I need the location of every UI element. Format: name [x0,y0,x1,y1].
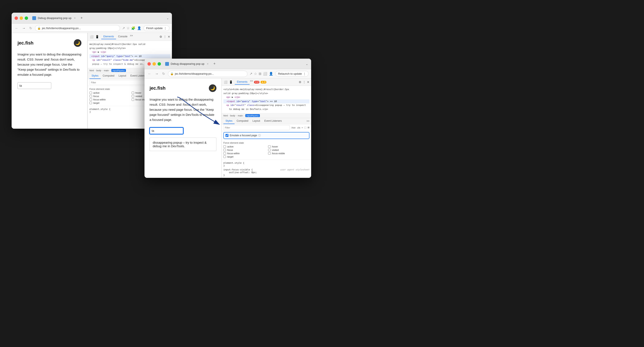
more-tabs-2[interactable]: >> [250,80,253,84]
force-state-title-2: Force element state [224,142,310,144]
reload-button-1[interactable]: ↻ [28,25,33,31]
inspector-icon-2[interactable]: ⬜ [224,80,228,84]
bc-main-1[interactable]: main [104,69,109,72]
minimize-button-1[interactable] [20,16,23,20]
extensions-icon-1[interactable]: 🧩 [131,26,136,30]
emulate-help-icon[interactable]: ⓘ [258,134,261,137]
state-focus-1[interactable]: :focus [90,95,128,98]
device-icon-2[interactable]: 📱 [229,80,233,84]
state-active-1[interactable]: :active [90,92,128,94]
more-icon-2[interactable]: ⋮ [303,80,306,84]
reload-button-2[interactable]: ↻ [161,71,166,76]
device-icon-1[interactable]: 📱 [95,34,99,39]
close-devtools-1[interactable]: ✕ [168,35,170,38]
bc-html-2[interactable]: html [224,114,228,117]
tab-dropdown-2[interactable]: ⌄ [306,62,308,66]
bc-body-1[interactable]: body [96,69,101,72]
forward-button-1[interactable]: → [21,26,26,31]
error-badge-2: ✕ 2 [254,81,260,84]
tab-dropdown-1[interactable]: ⌄ [166,16,169,20]
url-bar-2[interactable]: 🔒 jec.fish/demo/disappearing-po... [168,71,248,77]
state-hover-2[interactable]: :hover [268,145,310,148]
filter-input-2[interactable] [224,125,290,130]
bc-input-1[interactable]: input#query [112,69,126,72]
dark-mode-toggle-2[interactable]: 🌙 [209,84,216,92]
page-area-1: jec.fish 🌙 Imagine you want to debug the… [12,33,88,129]
bc-body-2[interactable]: body [230,114,235,117]
tab-2[interactable]: Debug disappearing pop up × [165,62,210,66]
layout-tab-2[interactable]: Layout [250,118,262,124]
maximize-button-2[interactable] [158,62,161,66]
profile-icon-1[interactable]: 👤 [137,26,141,30]
finish-update-button[interactable]: Finish update ⋮ [144,25,170,31]
element-style-code-2: element.style { } input:focus-visible { … [222,160,311,178]
bc-input-2[interactable]: input#query [245,114,260,117]
filter-input-1[interactable] [90,80,154,85]
state-target-2[interactable]: :target [224,156,265,158]
bookmark-icon-2[interactable]: ☆ [254,72,257,76]
cls-button-2[interactable]: .cls [297,126,300,129]
url-bar-1[interactable]: 🔒 jec.fish/demo/disappearing-po... [35,25,120,32]
console-tab-1[interactable]: Console [116,34,130,39]
close-devtools-2[interactable]: ✕ [307,80,310,84]
bc-html-1[interactable]: html [90,69,94,72]
bookmark-icon-1[interactable]: ☆ [126,26,130,30]
close-button-1[interactable] [14,16,18,20]
state-focus-within-1[interactable]: :focus-within [90,98,128,101]
more-styles-2[interactable]: ⬚ [304,126,306,129]
relaunch-update-button[interactable]: Relaunch to update ⋮ [275,71,308,76]
styles-tab-1[interactable]: Styles [90,73,100,79]
share-icon-1[interactable]: ↗ [122,26,125,30]
share-icon-2[interactable]: ↗ [250,72,252,76]
state-focus-within-2[interactable]: :focus-within [224,152,265,154]
forward-button-2[interactable]: → [154,71,159,76]
browser-content-2: jec.fish 🌙 Imagine you want to debug the… [144,78,311,178]
elements-tab-1[interactable]: Elements [101,34,116,39]
layout-tab-1[interactable]: Layout [116,73,128,79]
url-action-icons-2: ↗ ☆ ⊞ ⬜ 👤 [250,72,273,76]
url-text-1: jec.fish/demo/disappearing-po... [42,26,81,30]
url-text-2: jec.fish/demo/disappearing-po... [175,72,214,75]
add-rule-2[interactable]: + [302,126,303,129]
bc-main-2[interactable]: main [238,114,243,117]
filter-row-2: :hov .cls + ⬚ ⊞ [222,124,311,131]
query-input-2[interactable] [150,128,183,134]
back-button-2[interactable]: ← [147,71,152,76]
styles-tab-bar-2: Styles Computed Layout Event Listeners >… [222,118,311,124]
more-tabs-1[interactable]: >> [130,34,133,39]
tab-1[interactable]: Debug disappearing pop up × [32,16,76,20]
computed-tab-2[interactable]: Computed [234,118,250,124]
settings-icon-2[interactable]: ⚙ [299,80,302,84]
minimize-button-2[interactable] [152,62,156,66]
computed-tab-1[interactable]: Computed [100,73,116,79]
profile-icon-2[interactable]: 👤 [269,72,273,76]
back-button-1[interactable]: ← [14,26,19,31]
state-target-1[interactable]: :target [90,102,128,104]
computed-styles-2[interactable]: ⊞ [308,126,310,129]
close-button-2[interactable] [148,62,151,66]
styles-more-2[interactable]: >> [306,120,310,122]
reading-mode-2[interactable]: ⊞ [258,72,261,76]
state-visited-2[interactable]: :visited [268,149,310,151]
element-style-text-2: element.style { } [224,162,310,167]
settings-icon-1[interactable]: ⚙ [160,35,162,38]
tab-close-1[interactable]: × [73,16,76,20]
maximize-button-1[interactable] [25,16,28,20]
site-name-2: jec.fish [150,86,166,91]
tab-add-1[interactable]: + [79,15,84,21]
tab-close-2[interactable]: × [206,62,210,66]
more-icon-1[interactable]: ⋮ [164,35,166,38]
dark-mode-toggle-1[interactable]: 🌙 [74,39,82,47]
inspector-icon-1[interactable]: ⬜ [90,34,94,39]
tab-add-2[interactable]: + [212,61,218,67]
hov-button-2[interactable]: :hov [291,126,296,129]
elements-tab-2[interactable]: Elements [235,80,250,84]
query-input-1[interactable] [18,82,51,89]
state-active-2[interactable]: :active [224,145,265,148]
styles-tab-2[interactable]: Styles [224,118,234,124]
emulate-focused-checkbox[interactable] [226,134,228,137]
sidebar-icon-2[interactable]: ⬜ [263,72,267,76]
state-focus-visible-2[interactable]: :focus-visible [268,152,310,154]
state-focus-2[interactable]: :focus [224,149,265,151]
event-listeners-tab-2[interactable]: Event Listeners [262,118,284,124]
